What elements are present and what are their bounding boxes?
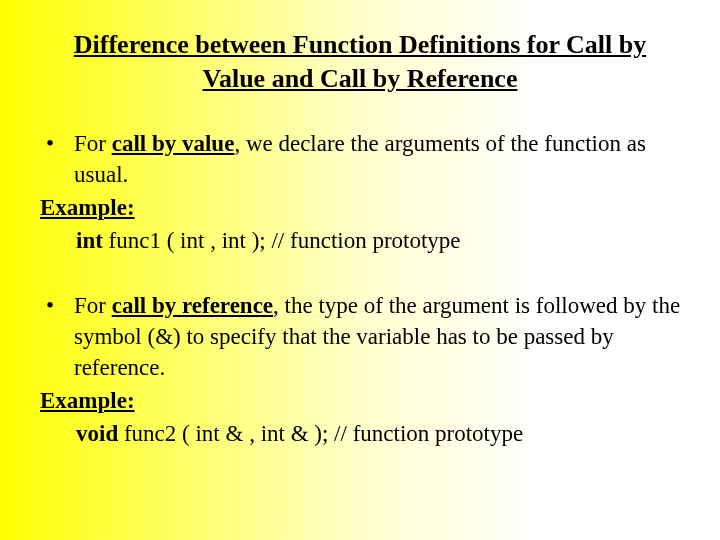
code-return-type: int	[76, 228, 103, 253]
bullet-keyword: call by value	[112, 131, 235, 156]
example-code: int func1 ( int , int ); // function pro…	[76, 225, 682, 256]
bullet-line: • For call by reference, the type of the…	[38, 290, 682, 383]
slide-title: Difference between Function Definitions …	[38, 28, 682, 96]
bullet-text: For call by reference, the type of the a…	[74, 290, 682, 383]
bullet-block-cbr: • For call by reference, the type of the…	[38, 290, 682, 449]
bullet-marker: •	[38, 290, 74, 383]
bullet-block-cbv: • For call by value, we declare the argu…	[38, 128, 682, 256]
example-label: Example:	[40, 385, 682, 416]
bullet-line: • For call by value, we declare the argu…	[38, 128, 682, 190]
bullet-keyword: call by reference	[112, 293, 273, 318]
code-rest: func1 ( int , int ); // function prototy…	[103, 228, 461, 253]
bullet-pre: For	[74, 131, 112, 156]
code-return-type: void	[76, 421, 118, 446]
example-label: Example:	[40, 192, 682, 223]
bullet-marker: •	[38, 128, 74, 190]
code-rest: func2 ( int & , int & ); // function pro…	[118, 421, 523, 446]
bullet-text: For call by value, we declare the argume…	[74, 128, 682, 190]
example-code: void func2 ( int & , int & ); // functio…	[76, 418, 682, 449]
slide-content: • For call by value, we declare the argu…	[38, 128, 682, 449]
bullet-pre: For	[74, 293, 112, 318]
